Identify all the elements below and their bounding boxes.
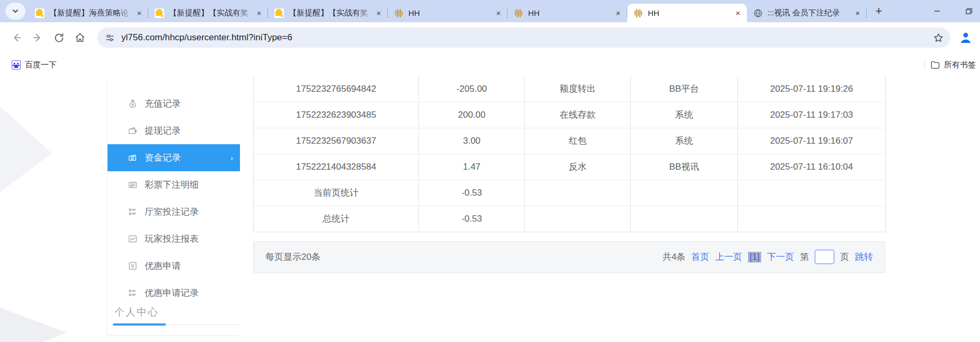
browser-window: 【新提醒】海燕策略论×【新提醒】【实战有奖×【新提醒】【实战有奖×HH×HH×H… xyxy=(0,0,980,342)
table-cell: 1.47 xyxy=(419,154,525,180)
moneybag-icon xyxy=(128,99,138,109)
sidebar-item-5[interactable]: 厅室投注记录 xyxy=(108,198,240,225)
tab-strip: 【新提醒】海燕策略论×【新提醒】【实战有奖×【新提醒】【实战有奖×HH×HH×H… xyxy=(0,0,980,22)
table-cell: 反水 xyxy=(525,154,631,180)
home-button[interactable] xyxy=(71,29,89,47)
tab-close-icon[interactable]: × xyxy=(374,8,384,18)
table-cell: BB视讯 xyxy=(631,154,738,180)
table-cell: -0.53 xyxy=(419,180,525,206)
table-row: 17522214043285841.47反水BB视讯2025-07-11 16:… xyxy=(254,154,886,180)
browser-tab-5[interactable]: HH× xyxy=(507,4,627,22)
pagination-bar: 每页显示20条 共4条 首页 上一页 [1] 下一页 第 页 跳转 xyxy=(253,241,885,273)
sidebar-item-2[interactable]: 提现记录 xyxy=(108,117,240,144)
bookmark-item-baidu[interactable]: 百度一下 xyxy=(7,58,61,72)
sidebar-item-4[interactable]: 彩票下注明细 xyxy=(108,171,240,198)
reload-icon xyxy=(54,32,65,43)
table-cell: 3.00 xyxy=(419,128,525,154)
table-cell xyxy=(738,180,886,206)
table-row: 当前页统计-0.53 xyxy=(254,180,886,206)
browser-toolbar: yl756.com/hhcp/usercenter.html?iniType=6 xyxy=(0,22,980,53)
table-cell: 200.00 xyxy=(419,102,525,128)
sidebar-item-label: 玩家投注报表 xyxy=(145,233,199,245)
sidebar-item-1[interactable]: 充值记录 xyxy=(108,90,240,117)
tab-title: 【新提醒】【实战有奖 xyxy=(289,8,374,18)
table-cell: 1752221404328584 xyxy=(254,154,419,180)
sidebar-item-label: 优惠申请 xyxy=(145,260,181,272)
table-cell: 红包 xyxy=(525,128,631,154)
sidebar-item-6[interactable]: 玩家投注报表 xyxy=(108,225,240,252)
table-cell: 当前页统计 xyxy=(254,180,419,206)
yellow-chat-icon xyxy=(35,8,44,18)
table-cell xyxy=(525,206,631,232)
tab-title: HH xyxy=(648,8,733,17)
new-tab-button[interactable]: + xyxy=(871,3,887,19)
address-bar[interactable]: yl756.com/hhcp/usercenter.html?iniType=6 xyxy=(97,28,950,48)
browser-tab-4[interactable]: HH× xyxy=(388,4,507,22)
sidebar-item-8[interactable]: 优惠申请记录 xyxy=(108,279,240,306)
sidebar-item-label: 提现记录 xyxy=(145,125,181,137)
table-cell: 系统 xyxy=(631,102,738,128)
sidebar-item-3[interactable]: 资金记录› xyxy=(108,144,240,171)
all-bookmarks-button[interactable]: 所有书签 xyxy=(930,60,976,70)
browser-tab-3[interactable]: 【新提醒】【实战有奖× xyxy=(268,4,388,22)
page-size-label: 每页显示20条 xyxy=(265,251,320,263)
sidebar-item-label: 充值记录 xyxy=(145,98,181,110)
tab-title: HH xyxy=(408,8,494,17)
restore-button[interactable] xyxy=(961,3,977,19)
site-settings-icon xyxy=(105,33,115,43)
tab-close-icon[interactable]: × xyxy=(853,8,862,18)
chart-icon xyxy=(128,234,138,244)
tab-close-icon[interactable]: × xyxy=(135,8,144,18)
browser-tab-1[interactable]: 【新提醒】海燕策略论× xyxy=(29,4,148,22)
table-cell: 1752232765694842 xyxy=(254,76,419,102)
browser-tab-7[interactable]: :::视讯 会员下注纪录× xyxy=(747,4,867,22)
minimize-icon xyxy=(933,7,941,15)
table-cell: -205.00 xyxy=(419,76,525,102)
restore-icon xyxy=(965,7,973,15)
decorative-triangle xyxy=(0,97,52,200)
bookmarks-bar-right: 所有书签 xyxy=(924,59,976,70)
table-cell: 2025-07-11 16:10:04 xyxy=(738,154,886,180)
back-button[interactable] xyxy=(7,29,25,47)
chevron-right-icon: › xyxy=(230,153,233,162)
minimize-button[interactable] xyxy=(929,3,945,19)
forward-button[interactable] xyxy=(29,29,47,47)
first-page-link[interactable]: 首页 xyxy=(691,251,709,263)
sidebar-item-label: 厅室投注记录 xyxy=(145,206,199,218)
table-cell xyxy=(738,206,886,232)
forward-icon xyxy=(32,32,43,43)
reload-button[interactable] xyxy=(50,29,68,47)
cash-icon xyxy=(128,153,138,163)
tab-close-icon[interactable]: × xyxy=(613,8,623,18)
table-cell: 系统 xyxy=(631,128,738,154)
total-count-label: 共4条 xyxy=(663,251,685,263)
tab-title: HH xyxy=(528,8,613,17)
tab-close-icon[interactable]: × xyxy=(733,8,743,18)
tab-close-icon[interactable]: × xyxy=(494,8,503,18)
table-cell: 1752232567903637 xyxy=(254,128,419,154)
tab-close-icon[interactable]: × xyxy=(254,8,264,18)
table-row: 1752232623903485200.00在线存款系统2025-07-11 1… xyxy=(254,102,886,128)
baidu-paw-icon xyxy=(12,60,21,69)
gold-wave-icon xyxy=(394,8,404,18)
list-icon xyxy=(128,288,138,298)
webpage-content: 充值记录提现记录资金记录›彩票下注明细厅室投注记录玩家投注报表优惠申请优惠申请记… xyxy=(0,76,980,342)
bookmark-star-icon[interactable] xyxy=(933,32,944,43)
back-icon xyxy=(11,32,22,43)
table-row: 17522325679036373.00红包系统2025-07-11 19:16… xyxy=(254,128,886,154)
table-cell: 1752232623903485 xyxy=(254,102,419,128)
next-page-link[interactable]: 下一页 xyxy=(767,251,794,263)
jump-button[interactable]: 跳转 xyxy=(855,251,873,263)
browser-tab-6[interactable]: HH× xyxy=(627,4,747,22)
gold-wave-icon xyxy=(514,8,523,18)
page-jump-input[interactable] xyxy=(815,250,834,264)
coupon-icon xyxy=(128,261,138,271)
tab-search-button[interactable] xyxy=(5,3,25,20)
browser-tab-2[interactable]: 【新提醒】【实战有奖× xyxy=(148,4,268,22)
sidebar-item-7[interactable]: 优惠申请 xyxy=(108,252,240,279)
profile-avatar[interactable] xyxy=(958,30,974,46)
prev-page-link[interactable]: 上一页 xyxy=(715,251,742,263)
sidebar-item-label: 彩票下注明细 xyxy=(145,179,199,191)
table-cell: 2025-07-11 19:16:07 xyxy=(738,128,886,154)
table-cell xyxy=(631,206,738,232)
